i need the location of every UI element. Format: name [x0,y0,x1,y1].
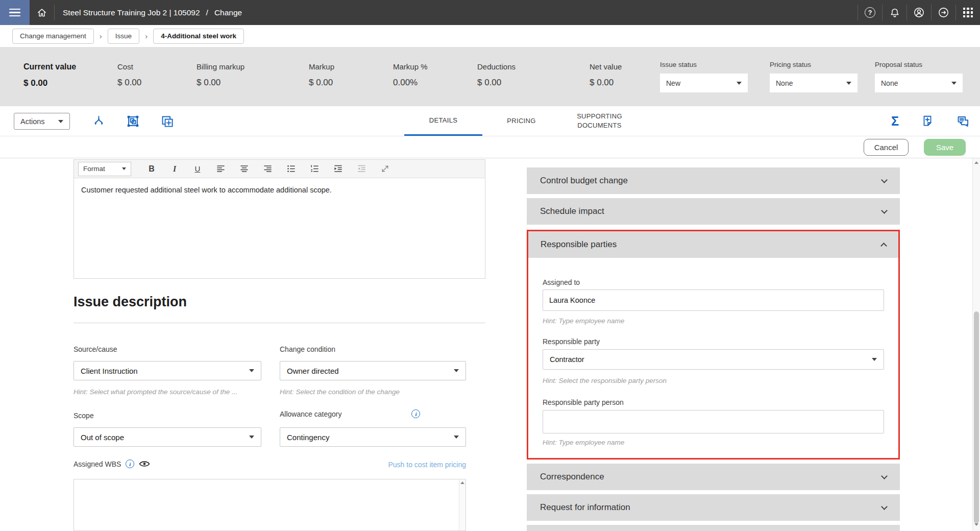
issue-description-editor: Format B I U [74,159,485,279]
proposal-status-select[interactable]: None [875,74,963,92]
push-to-cost-item-pricing-link[interactable]: Push to cost item pricing [280,461,466,469]
cancel-button[interactable]: Cancel [864,139,909,156]
responsible-party-select[interactable]: Contractor [543,349,884,370]
align-right-icon [263,164,273,174]
breadcrumb-issue[interactable]: Issue [108,29,139,44]
tab-details[interactable]: DETAILS [404,106,482,136]
logout-button[interactable] [932,0,955,25]
scope-select[interactable]: Out of scope [74,427,261,447]
topbar-divider [54,5,55,20]
help-button[interactable]: ? [858,0,882,25]
copy-add-icon[interactable] [160,114,174,128]
save-button[interactable]: Save [924,139,966,156]
app-window: Steel Structure Training Job 2 | 105092 … [0,0,980,531]
group-selection-icon[interactable] [126,114,140,128]
apps-grid-icon [963,8,973,18]
chevron-right-icon: › [145,32,148,40]
responsible-parties-section: Responsible parties Assigned to Hint: Ty… [527,230,900,460]
save-action-bar: Cancel Save [0,136,980,158]
accordion-schedule-impact[interactable]: Schedule impact [527,198,900,225]
breadcrumb-change-management[interactable]: Change management [12,29,94,44]
indent-increase-icon [333,164,343,174]
bold-button[interactable]: B [147,164,156,174]
caret-down-icon [846,82,851,85]
notifications-button[interactable] [883,0,906,25]
bullet-list-button[interactable] [286,164,296,174]
caret-down-icon [737,82,742,85]
info-icon[interactable]: i [411,409,420,418]
metric-markup: Markup $ 0.00 [309,62,334,88]
align-left-button[interactable] [216,164,226,174]
topbar-actions: ? [857,0,980,25]
assigned-to-hint: Hint: Type employee name [543,317,624,325]
responsible-party-person-label: Responsible party person [543,398,624,406]
breadcrumb-current-item[interactable]: 4-Additional steel work [153,29,244,44]
editor-text-area[interactable]: Customer requested additional steel work… [74,178,485,278]
change-condition-select[interactable]: Owner directed [280,361,466,380]
textarea-scrollbar[interactable] [459,479,465,530]
accordion-request-for-information[interactable]: Request for information [527,494,900,521]
add-document-icon[interactable] [921,114,934,128]
hamburger-menu-button[interactable] [0,0,30,25]
responsible-party-hint: Hint: Select the responsible party perso… [543,377,667,384]
numbered-list-button[interactable] [310,164,320,174]
indent-decrease-button[interactable] [357,164,366,174]
scrollbar-thumb[interactable] [974,311,979,523]
page-title: Change [214,8,242,17]
comments-icon[interactable] [956,114,970,128]
chevron-up-icon [880,243,887,249]
issue-status-select[interactable]: New [660,74,748,92]
main-content: Format B I U [0,158,980,531]
home-button[interactable] [30,0,54,25]
source-cause-select[interactable]: Client Instruction [74,361,261,380]
responsible-party-label: Responsible party [543,337,600,346]
pricing-status-field: Pricing status None [770,61,857,92]
page-toolbar: Actions DETAILS PRICING SUPPORTING DOCUM… [0,106,980,136]
scroll-up-icon[interactable] [974,161,978,164]
accordion-partial-next-section[interactable] [527,525,900,531]
info-icon[interactable]: i [126,460,134,468]
metric-current-value: Current value $ 0.00 [23,62,76,88]
allowance-category-select[interactable]: Contingency [280,427,466,447]
indent-increase-button[interactable] [333,164,343,174]
sum-sigma-icon[interactable]: Σ [891,115,899,128]
accordion-control-budget-change[interactable]: Control budget change [527,167,900,194]
chevron-down-icon [881,177,888,183]
align-right-button[interactable] [263,164,273,174]
tab-supporting-documents[interactable]: SUPPORTING DOCUMENTS [560,106,639,136]
scroll-down-icon[interactable] [974,523,978,526]
caret-down-icon [951,82,957,85]
assigned-wbs-textarea[interactable] [74,479,466,531]
chevron-down-icon [881,473,888,479]
assigned-to-label: Assigned to [543,278,580,286]
indent-decrease-icon [357,164,366,174]
caret-down-icon [122,167,126,170]
tab-pricing[interactable]: PRICING [482,106,560,136]
app-launcher-button[interactable] [956,0,980,25]
italic-button[interactable]: I [170,164,179,174]
actions-button[interactable]: Actions [14,113,70,130]
issue-status-field: Issue status New [660,61,748,92]
pricing-status-select[interactable]: None [770,74,857,92]
format-select[interactable]: Format [78,162,131,176]
project-title[interactable]: Steel Structure Training Job 2 | 105092 [63,8,200,17]
expand-editor-button[interactable] [380,164,389,173]
caret-down-icon [58,120,63,123]
scope-label: Scope [74,412,94,420]
numbered-list-icon [310,164,320,174]
accordion-correspondence[interactable]: Correspondence [527,464,900,490]
assigned-to-input[interactable] [543,289,884,311]
page-scrollbar[interactable] [972,158,980,531]
hamburger-icon [9,7,20,19]
workflow-icon[interactable] [92,114,106,128]
underline-button[interactable]: U [193,164,202,173]
accordion-responsible-parties[interactable]: Responsible parties [528,231,898,258]
editor-toolbar: Format B I U [74,160,485,178]
source-cause-label: Source/cause [74,345,117,353]
expand-icon [381,164,389,173]
responsible-party-person-input[interactable] [543,410,884,433]
home-icon [36,7,47,18]
eye-icon[interactable] [139,460,150,468]
account-button[interactable] [907,0,931,25]
align-center-button[interactable] [239,164,249,174]
